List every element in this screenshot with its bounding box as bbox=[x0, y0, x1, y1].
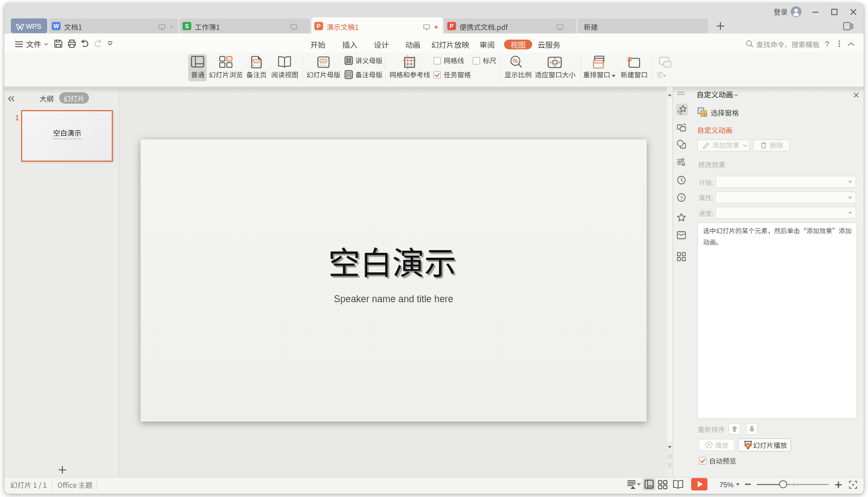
svg-text:S: S bbox=[185, 23, 189, 29]
svg-text:?: ? bbox=[680, 195, 682, 201]
svg-text:W: W bbox=[53, 23, 59, 29]
svg-text:%: % bbox=[513, 58, 518, 64]
svg-text:Speaker name and title here: Speaker name and title here bbox=[53, 137, 82, 140]
svg-text:P: P bbox=[450, 23, 454, 29]
svg-text:P: P bbox=[317, 23, 321, 29]
svg-text:?: ? bbox=[825, 39, 829, 48]
